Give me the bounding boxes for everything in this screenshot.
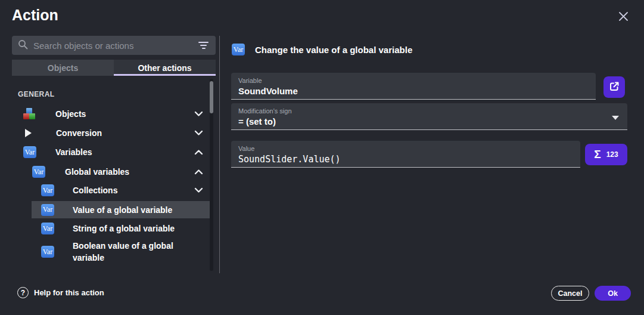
- tree-item-label: Variables: [55, 147, 92, 157]
- tree-item-variables[interactable]: Var Variables: [0, 143, 210, 161]
- chevron-down-icon[interactable]: [194, 130, 203, 136]
- expression-builder-button[interactable]: Σ 123: [585, 144, 627, 165]
- tree-item-value-of-global-variable[interactable]: Var Value of a global variable: [32, 201, 210, 218]
- tree-item-label: Global variables: [65, 167, 129, 177]
- tree-item-string-of-global-variable[interactable]: Var String of a global variable: [0, 220, 210, 237]
- modification-sign-value: = (set to): [238, 116, 620, 126]
- sigma-button-digits: 123: [606, 150, 618, 159]
- tab-other-actions-label: Other actions: [138, 63, 191, 73]
- tab-other-actions[interactable]: Other actions: [114, 60, 216, 76]
- tree-item-label: Objects: [55, 109, 86, 119]
- play-icon: [25, 129, 32, 137]
- tree-section-general: GENERAL: [18, 90, 54, 98]
- tree-item-boolean-of-global-variable[interactable]: Var Boolean value of a global variable: [0, 239, 210, 265]
- variable-field: Variable: [231, 73, 596, 100]
- var-icon: Var: [41, 204, 54, 216]
- tab-bar: Objects Other actions: [12, 60, 216, 76]
- tree-item-global-variables[interactable]: Var Global variables: [0, 163, 210, 181]
- sigma-icon: Σ: [594, 148, 601, 161]
- chevron-down-icon[interactable]: [194, 187, 203, 193]
- tree-item-label: Conversion: [56, 128, 102, 138]
- value-expression-input[interactable]: [238, 154, 573, 165]
- tree-item-label: Value of a global variable: [73, 205, 172, 215]
- dropdown-caret-icon: [612, 116, 619, 120]
- active-tab-underline: [114, 74, 216, 76]
- detail-title: Change the value of a global variable: [255, 45, 412, 55]
- var-icon: Var: [23, 146, 36, 158]
- action-dialog: Action Objects Other actions GENERAL Obj…: [0, 0, 644, 315]
- cubes-icon: [23, 108, 35, 120]
- variable-field-label: Variable: [238, 77, 589, 84]
- chevron-up-icon[interactable]: [194, 149, 203, 155]
- help-link[interactable]: ? Help for this action: [17, 287, 104, 298]
- cancel-button[interactable]: Cancel: [551, 286, 589, 301]
- chevron-up-icon[interactable]: [194, 169, 203, 175]
- dialog-title: Action: [12, 7, 58, 24]
- value-field: Value: [231, 141, 580, 168]
- var-icon: Var: [232, 44, 245, 55]
- var-icon: Var: [41, 223, 54, 234]
- tab-objects-label: Objects: [48, 63, 78, 73]
- search-icon: [18, 39, 28, 52]
- tree-item-label: String of a global variable: [73, 224, 175, 233]
- modification-sign-select[interactable]: Modification's sign = (set to): [231, 103, 627, 130]
- var-icon: Var: [32, 166, 45, 178]
- tree-item-label: Boolean value of a global variable: [73, 240, 178, 264]
- close-icon[interactable]: [615, 8, 631, 24]
- open-variables-editor-button[interactable]: [603, 76, 625, 98]
- panel-divider: [219, 36, 220, 273]
- chevron-down-icon[interactable]: [194, 111, 203, 117]
- tree-item-conversion[interactable]: Conversion: [0, 124, 210, 142]
- ok-button[interactable]: Ok: [595, 286, 631, 301]
- tree-item-label: Collections: [73, 186, 117, 195]
- help-icon: ?: [17, 287, 29, 298]
- external-link-icon: [608, 81, 620, 94]
- tree-item-collections[interactable]: Var Collections: [0, 181, 210, 199]
- var-icon: Var: [41, 246, 54, 258]
- detail-header: Var Change the value of a global variabl…: [232, 43, 412, 56]
- search-bar: [12, 36, 216, 55]
- filter-icon[interactable]: [197, 39, 210, 51]
- variable-input[interactable]: [238, 86, 589, 96]
- modification-sign-label: Modification's sign: [238, 107, 620, 115]
- search-input[interactable]: [33, 41, 197, 51]
- help-link-label: Help for this action: [34, 288, 104, 297]
- tree-item-objects[interactable]: Objects: [0, 105, 210, 123]
- tab-objects[interactable]: Objects: [12, 60, 114, 76]
- value-field-label: Value: [238, 145, 573, 152]
- var-icon: Var: [41, 184, 54, 196]
- scrollbar-thumb[interactable]: [210, 81, 213, 113]
